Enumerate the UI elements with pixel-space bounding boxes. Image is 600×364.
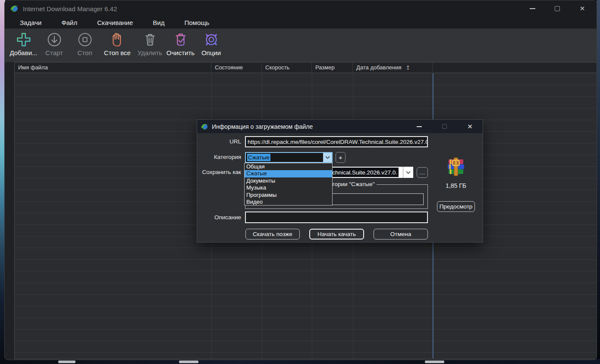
- window-title: Internet Download Manager 6.42: [23, 5, 117, 12]
- taskbar-icon-sliver: [58, 361, 75, 363]
- dialog-maximize-button[interactable]: [432, 120, 457, 133]
- stop-download-icon: [76, 31, 94, 49]
- download-later-button[interactable]: Скачать позже: [245, 229, 300, 240]
- menu-download[interactable]: Скачивание: [87, 19, 143, 26]
- category-combobox[interactable]: Сжатые: [245, 152, 333, 163]
- toolbar-label: Добави...: [9, 49, 37, 56]
- file-size: 1,85 ГБ: [437, 182, 475, 189]
- dialog-minimize-button[interactable]: [406, 120, 432, 133]
- maximize-button[interactable]: [545, 0, 570, 17]
- clear-completed-button[interactable]: Очистить: [165, 31, 196, 56]
- column-header-size[interactable]: Размер: [312, 62, 353, 72]
- stop-download-button[interactable]: Стоп: [69, 31, 100, 56]
- maximize-icon: [555, 6, 560, 11]
- toolbar-label: Опции: [201, 49, 221, 56]
- column-header-empty: [433, 62, 597, 72]
- clear-trash-check-icon: [172, 31, 190, 49]
- preview-button[interactable]: Предосмотр: [437, 201, 475, 212]
- url-input[interactable]: https://dl.repack.me/files/corel/CorelDR…: [245, 136, 428, 147]
- dropdown-option-programs[interactable]: Программы: [245, 192, 332, 199]
- options-gear-icon: [202, 31, 220, 49]
- column-header-status[interactable]: Состояние: [211, 62, 262, 72]
- chevron-down-icon: [406, 171, 411, 174]
- minimize-icon: [530, 8, 535, 9]
- download-info-dialog: Информация о загружаемом файле ✕ URL htt…: [197, 119, 483, 243]
- close-button[interactable]: ✕: [570, 0, 595, 17]
- taskbar-icon-sliver: [425, 361, 444, 363]
- category-dropdown-button[interactable]: [323, 153, 332, 162]
- menu-help[interactable]: Помощь: [175, 19, 220, 26]
- dropdown-option-documents[interactable]: Документы: [245, 177, 332, 184]
- downloads-table-header: Имя файла Состояние Скорость Размер Дата…: [15, 62, 597, 73]
- add-download-icon: [15, 31, 33, 49]
- close-icon: ✕: [580, 5, 585, 12]
- start-download-button[interactable]: Старт: [39, 31, 69, 56]
- description-input[interactable]: [245, 212, 428, 223]
- url-label: URL: [197, 138, 241, 145]
- idm-logo-icon: [201, 123, 208, 131]
- dialog-window-controls: ✕: [406, 120, 483, 133]
- taskbar-icon-sliver: [179, 361, 198, 363]
- menu-file[interactable]: Файл: [51, 19, 87, 26]
- main-titlebar[interactable]: Internet Download Manager 6.42 ✕: [5, 0, 597, 17]
- save-as-label: Сохранить как: [197, 169, 241, 175]
- desktop-wallpaper-right: [597, 0, 600, 364]
- toolbar-label: Старт: [45, 49, 63, 56]
- menu-tasks[interactable]: Задачи: [10, 19, 51, 26]
- dialog-title: Информация о загружаемом файле: [212, 123, 313, 130]
- chevron-down-icon: [325, 156, 330, 159]
- toolbar-label: Удалить: [138, 49, 162, 56]
- stop-all-button[interactable]: Стоп все: [100, 31, 135, 56]
- sort-ascending-icon: ↥: [406, 65, 410, 71]
- menubar: Задачи Файл Скачивание Вид Помощь: [5, 17, 597, 28]
- dropdown-option-general[interactable]: Общая: [245, 163, 332, 170]
- delete-trash-icon: [141, 31, 159, 49]
- minimize-button[interactable]: [520, 0, 545, 17]
- maximize-icon: [442, 124, 447, 129]
- cancel-button[interactable]: Отмена: [374, 229, 428, 240]
- minimize-icon: [417, 126, 422, 127]
- toolbar: Добави... Старт Стоп Стоп все: [5, 28, 597, 62]
- winrar-archive-icon: [446, 157, 466, 177]
- add-download-button[interactable]: Добави...: [8, 31, 39, 56]
- dialog-close-button[interactable]: ✕: [457, 120, 483, 133]
- stop-all-hand-icon: [108, 31, 126, 49]
- column-header-date-added[interactable]: Дата добавления ↥: [353, 62, 433, 72]
- dropdown-option-compressed[interactable]: Сжатые: [245, 170, 332, 177]
- start-download-button-dialog[interactable]: Начать качать: [309, 229, 364, 240]
- start-download-icon: [45, 31, 63, 49]
- dropdown-option-music[interactable]: Музыка: [245, 184, 332, 191]
- category-dropdown-list: Общая Сжатые Документы Музыка Программы …: [244, 163, 333, 205]
- dropdown-option-video[interactable]: Видео: [245, 199, 332, 205]
- column-header-filename[interactable]: Имя файла: [15, 62, 211, 72]
- toolbar-label: Стоп все: [104, 49, 131, 56]
- menu-view[interactable]: Вид: [143, 19, 174, 26]
- column-header-speed[interactable]: Скорость: [262, 62, 312, 72]
- dialog-titlebar[interactable]: Информация о загружаемом файле ✕: [197, 120, 483, 133]
- add-category-button[interactable]: +: [336, 152, 346, 163]
- idm-logo-icon: [10, 4, 19, 13]
- save-as-dropdown-button[interactable]: [403, 167, 413, 178]
- close-icon: ✕: [467, 123, 473, 131]
- window-controls: ✕: [520, 0, 595, 17]
- toolbar-label: Стоп: [78, 49, 92, 56]
- toolbar-label: Очистить: [166, 49, 195, 56]
- delete-button[interactable]: Удалить: [135, 31, 165, 56]
- description-label: Описание: [197, 214, 241, 221]
- browse-button[interactable]: ...: [417, 167, 428, 178]
- category-label: Категория: [197, 154, 241, 160]
- category-selected-text: Сжатые: [247, 154, 270, 161]
- options-button[interactable]: Опции: [196, 31, 226, 56]
